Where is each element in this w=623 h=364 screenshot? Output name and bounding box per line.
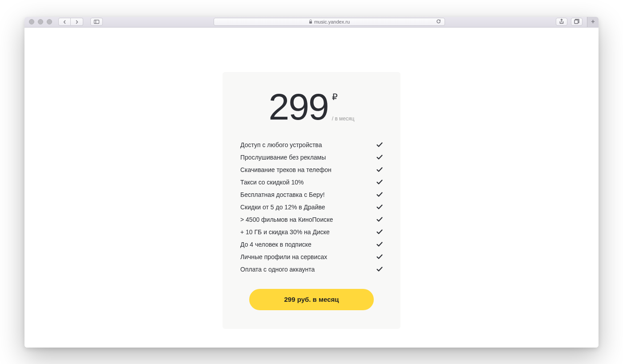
check-icon bbox=[376, 154, 383, 161]
check-icon bbox=[376, 204, 383, 211]
check-icon bbox=[376, 216, 383, 223]
url-host: music.yandex.ru bbox=[314, 19, 350, 24]
nav-buttons bbox=[58, 18, 83, 26]
page-content: 299 ₽ / в месяц Доступ с любого устройст… bbox=[24, 28, 599, 348]
feature-text: Доступ с любого устройства bbox=[240, 141, 322, 148]
feature-row: Личные профили на сервисах bbox=[240, 251, 383, 263]
lock-icon bbox=[309, 19, 312, 24]
feature-row: Прослушивание без рекламы bbox=[240, 151, 383, 164]
reload-button[interactable] bbox=[436, 19, 441, 25]
feature-text: Такси со скидкой 10% bbox=[240, 179, 303, 186]
feature-text: Скачивание треков на телефон bbox=[240, 166, 332, 173]
check-icon bbox=[376, 166, 383, 173]
feature-row: Скачивание треков на телефон bbox=[240, 164, 383, 176]
check-icon bbox=[376, 253, 383, 260]
feature-row: Доступ с любого устройства bbox=[240, 139, 383, 151]
address-bar[interactable]: music.yandex.ru bbox=[214, 18, 445, 26]
maximize-window-button[interactable] bbox=[47, 19, 52, 24]
share-icon bbox=[559, 18, 564, 26]
traffic-lights bbox=[29, 19, 52, 24]
feature-row: Скидки от 5 до 12% в Драйве bbox=[240, 201, 383, 213]
feature-text: Оплата с одного аккаунта bbox=[240, 266, 315, 273]
feature-row: До 4 человек в подписке bbox=[240, 238, 383, 251]
svg-rect-0 bbox=[94, 20, 99, 24]
check-icon bbox=[376, 179, 383, 186]
price-value: 299 bbox=[269, 88, 328, 125]
pricing-card: 299 ₽ / в месяц Доступ с любого устройст… bbox=[222, 72, 400, 329]
reload-icon bbox=[436, 20, 441, 25]
minimize-window-button[interactable] bbox=[38, 19, 43, 24]
feature-text: > 4500 фильмов на КиноПоиске bbox=[240, 216, 333, 223]
tabs-icon bbox=[574, 18, 579, 26]
chevron-right-icon bbox=[75, 18, 79, 26]
titlebar: music.yandex.ru bbox=[24, 17, 599, 28]
feature-text: Прослушивание без рекламы bbox=[240, 154, 326, 161]
feature-list: Доступ с любого устройства Прослушивание… bbox=[240, 139, 383, 276]
feature-row: Бесплатная доставка с Беру! bbox=[240, 188, 383, 201]
price-period: / в месяц bbox=[332, 116, 355, 122]
feature-row: + 10 ГБ и скидка 30% на Диске bbox=[240, 226, 383, 238]
svg-rect-3 bbox=[574, 20, 578, 24]
tabs-button[interactable] bbox=[571, 18, 583, 26]
sidebar-toggle-button[interactable] bbox=[90, 18, 103, 26]
feature-text: Скидки от 5 до 12% в Драйве bbox=[240, 204, 325, 211]
check-icon bbox=[376, 141, 383, 148]
check-icon bbox=[376, 266, 383, 273]
subscribe-button[interactable]: 299 руб. в месяц bbox=[249, 289, 374, 310]
feature-text: + 10 ГБ и скидка 30% на Диске bbox=[240, 228, 330, 236]
feature-row: > 4500 фильмов на КиноПоиске bbox=[240, 213, 383, 226]
forward-button[interactable] bbox=[71, 18, 83, 26]
check-icon bbox=[376, 241, 383, 248]
feature-row: Оплата с одного аккаунта bbox=[240, 263, 383, 276]
svg-rect-2 bbox=[309, 21, 312, 24]
feature-text: Бесплатная доставка с Беру! bbox=[240, 191, 325, 198]
feature-text: До 4 человек в подписке bbox=[240, 241, 312, 248]
price-block: 299 ₽ / в месяц bbox=[240, 88, 383, 125]
close-window-button[interactable] bbox=[29, 19, 34, 24]
feature-row: Такси со скидкой 10% bbox=[240, 176, 383, 188]
currency-symbol: ₽ bbox=[332, 92, 338, 101]
new-tab-button[interactable] bbox=[587, 17, 599, 28]
browser-window: music.yandex.ru 299 ₽ / bbox=[24, 17, 599, 348]
check-icon bbox=[376, 191, 383, 198]
chevron-left-icon bbox=[63, 18, 67, 26]
back-button[interactable] bbox=[58, 18, 71, 26]
share-button[interactable] bbox=[556, 18, 567, 26]
plus-icon bbox=[591, 18, 595, 26]
check-icon bbox=[376, 228, 383, 236]
feature-text: Личные профили на сервисах bbox=[240, 253, 327, 260]
sidebar-icon bbox=[94, 18, 99, 26]
